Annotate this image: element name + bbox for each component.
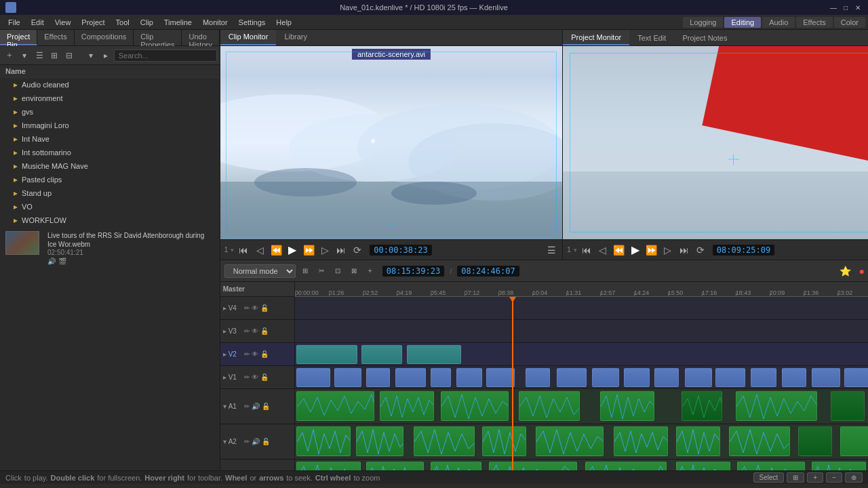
workspace-logging[interactable]: Logging <box>683 17 723 28</box>
clip-block[interactable] <box>296 426 351 456</box>
track-row-v2[interactable] <box>295 343 868 366</box>
menu-edit[interactable]: Edit <box>26 17 50 28</box>
track-expand-v3[interactable]: ▸ <box>223 327 226 335</box>
mark-in-button[interactable]: ⏮ <box>237 243 250 257</box>
tracks-area[interactable]: 00:00:00 01:26 02:52 04:19 05:45 07:12 0… <box>295 282 868 470</box>
menu-clip[interactable]: Clip <box>135 17 159 28</box>
tl-extract-button[interactable]: ⊠ <box>347 264 361 278</box>
step-back-button[interactable]: ◁ <box>253 243 267 257</box>
track-expand-v2[interactable]: ▸ <box>223 350 226 358</box>
clip-block[interactable] <box>296 345 357 364</box>
track-lock-v1[interactable]: 🔓 <box>260 373 269 381</box>
clip-block[interactable] <box>682 391 722 421</box>
maximize-button[interactable]: □ <box>841 3 850 12</box>
bin-item-intnave[interactable]: ▸ Int Nave <box>0 132 220 146</box>
tab-clip-properties[interactable]: Clip Properties <box>134 30 182 45</box>
clip-block[interactable] <box>812 462 866 470</box>
menu-project[interactable]: Project <box>76 17 110 28</box>
clip-block[interactable] <box>380 391 434 421</box>
track-row-v3[interactable] <box>295 320 868 343</box>
track-lock-v4[interactable]: 🔓 <box>260 304 269 312</box>
clip-block[interactable] <box>441 391 509 421</box>
track-row-a3[interactable] <box>295 460 868 470</box>
loop-button[interactable]: ⟳ <box>351 243 364 257</box>
workspace-color[interactable]: Color <box>834 17 865 28</box>
menu-file[interactable]: File <box>3 17 26 28</box>
clip-block[interactable] <box>844 368 868 387</box>
clip-block[interactable] <box>736 391 817 421</box>
tl-marker-button[interactable]: ⭐ <box>839 264 852 278</box>
tl-more-button[interactable]: + <box>363 264 377 278</box>
clip-block[interactable] <box>536 426 604 456</box>
bin-item-gvs[interactable]: ▸ gvs <box>0 105 220 119</box>
project-monitor-view[interactable]: 25.00fps <box>563 46 868 239</box>
project-mark-out-button[interactable]: ⏭ <box>677 243 691 257</box>
track-lock-a2[interactable]: 🔓 <box>262 438 270 445</box>
clip-block[interactable] <box>407 345 461 364</box>
clip-block[interactable] <box>361 345 402 364</box>
track-row-a2[interactable] <box>295 424 868 460</box>
menu-view[interactable]: View <box>50 17 77 28</box>
clip-block[interactable] <box>296 391 374 421</box>
track-mute-v4[interactable]: 👁 <box>252 304 258 312</box>
bin-item-vo[interactable]: ▸ VO <box>0 200 220 214</box>
track-mute-v3[interactable]: 👁 <box>252 327 258 335</box>
zoom-in-button[interactable]: + <box>807 472 823 483</box>
bin-item-pasted[interactable]: ▸ Pasted clips <box>0 173 220 186</box>
tab-effects[interactable]: Effects <box>37 30 74 45</box>
clip-block[interactable] <box>624 368 650 387</box>
bin-item-standup[interactable]: ▸ Stand up <box>0 186 220 200</box>
track-edit-v3[interactable]: ✏ <box>244 327 250 335</box>
clip-block[interactable] <box>600 391 654 421</box>
bin-filter-button[interactable]: ▾ <box>84 49 98 62</box>
tab-project-notes[interactable]: Project Notes <box>674 31 735 45</box>
track-edit-a1[interactable]: ✏ <box>244 403 250 410</box>
track-edit-v4[interactable]: ✏ <box>244 304 250 312</box>
bin-tag-button[interactable]: ⊟ <box>62 49 76 62</box>
workspace-audio[interactable]: Audio <box>762 17 795 28</box>
project-loop-button[interactable]: ⟳ <box>694 243 707 257</box>
clip-block[interactable] <box>557 368 587 387</box>
project-play-button[interactable]: ▶ <box>629 243 642 257</box>
tab-undo-history[interactable]: Undo History <box>182 30 219 45</box>
workspace-effects[interactable]: Effects <box>796 17 832 28</box>
play-button[interactable]: ▶ <box>285 243 299 257</box>
clip-block[interactable] <box>592 368 619 387</box>
track-lock-v2[interactable]: 🔓 <box>260 350 269 358</box>
clip-block[interactable] <box>585 462 667 470</box>
clip-block[interactable] <box>737 462 805 470</box>
clip-block[interactable] <box>486 368 515 387</box>
bin-item-musiche[interactable]: ▸ Musiche MAG Nave <box>0 159 220 173</box>
clip-block[interactable] <box>751 368 776 387</box>
bin-item-environment[interactable]: ▸ environment <box>0 92 220 105</box>
clip-block[interactable] <box>812 368 840 387</box>
menu-tool[interactable]: Tool <box>111 17 135 28</box>
bin-menu-button[interactable]: ▾ <box>18 49 31 62</box>
fit-button[interactable]: ⊞ <box>787 472 804 483</box>
track-expand-a1[interactable]: ▾ <box>223 403 226 410</box>
menu-monitor[interactable]: Monitor <box>197 17 233 28</box>
clip-block[interactable] <box>729 426 790 456</box>
step-forward-button[interactable]: ▷ <box>318 243 332 257</box>
clip-block[interactable] <box>614 426 668 456</box>
clip-block[interactable] <box>798 426 832 456</box>
track-lock-v3[interactable]: 🔓 <box>260 327 269 335</box>
project-skip-back-button[interactable]: ⏪ <box>612 243 626 257</box>
timeline-mode-select[interactable]: Normal mode <box>224 264 296 278</box>
skip-forward-button[interactable]: ⏩ <box>302 243 315 257</box>
tab-text-edit[interactable]: Text Edit <box>629 31 674 45</box>
track-mute-v1[interactable]: 👁 <box>252 373 258 381</box>
tab-compositions[interactable]: Compositions <box>75 30 134 45</box>
clip-block[interactable] <box>414 426 475 456</box>
clip-block[interactable] <box>456 368 482 387</box>
tab-project-bin[interactable]: Project Bin <box>0 30 37 45</box>
clip-menu-button[interactable]: ☰ <box>545 243 558 257</box>
track-edit-v2[interactable]: ✏ <box>244 350 250 358</box>
track-mute-v2[interactable]: 👁 <box>252 350 258 358</box>
bin-icon-button[interactable]: ⊞ <box>47 49 61 62</box>
clip-block[interactable] <box>489 462 577 470</box>
track-vol-a2[interactable]: 🔊 <box>252 438 260 445</box>
clip-block[interactable] <box>782 368 806 387</box>
clip-block[interactable] <box>519 391 580 421</box>
tl-group-button[interactable]: ⊡ <box>331 264 344 278</box>
